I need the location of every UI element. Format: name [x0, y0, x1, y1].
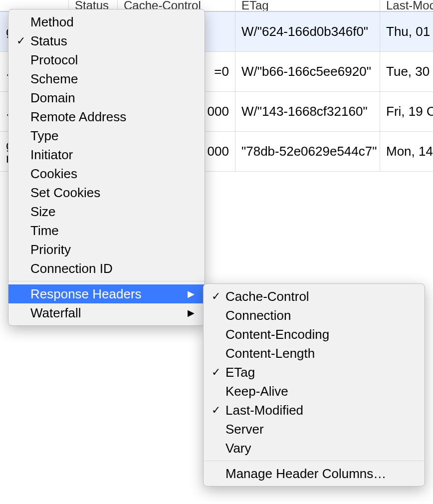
- submenu-item-connection[interactable]: Connection: [204, 306, 425, 325]
- menu-item-label: Size: [30, 204, 195, 220]
- cell-etag: W/"143-1668cf32160": [235, 92, 380, 132]
- cell-last-modified: Mon, 14 M: [380, 132, 433, 172]
- menu-item-protocol[interactable]: Protocol: [8, 50, 205, 69]
- menu-item-label: Cache-Control: [225, 289, 415, 304]
- col-etag[interactable]: ETag: [235, 0, 380, 11]
- submenu-item-cache-control[interactable]: ✓Cache-Control: [204, 287, 425, 306]
- check-icon: ✓: [212, 366, 225, 379]
- cell-last-modified: Thu, 01 N: [380, 12, 433, 52]
- menu-item-label: Remote Address: [30, 109, 195, 125]
- menu-item-label: Connection ID: [30, 261, 195, 276]
- submenu-item-vary[interactable]: Vary: [204, 439, 425, 458]
- column-context-menu: Method✓StatusProtocolSchemeDomainRemote …: [8, 9, 205, 326]
- submenu-item-server[interactable]: Server: [204, 420, 425, 439]
- menu-item-set-cookies[interactable]: Set Cookies: [8, 183, 205, 202]
- menu-item-domain[interactable]: Domain: [8, 88, 205, 107]
- menu-item-label: Status: [30, 33, 195, 49]
- menu-item-label: Vary: [225, 441, 415, 456]
- menu-item-status[interactable]: ✓Status: [8, 31, 205, 50]
- cell-etag: "78db-52e0629e544c7": [235, 132, 380, 172]
- menu-item-method[interactable]: Method: [8, 12, 205, 31]
- submenu-item-content-encoding[interactable]: Content-Encoding: [204, 325, 425, 344]
- menu-item-label: Last-Modified: [225, 403, 415, 418]
- cell-last-modified: Fri, 19 Oc: [380, 92, 433, 132]
- menu-item-label: Method: [30, 14, 195, 30]
- menu-item-label: Connection: [225, 308, 415, 323]
- menu-item-label: Waterfall: [30, 305, 184, 321]
- menu-item-label: Keep-Alive: [225, 384, 415, 399]
- menu-item-priority[interactable]: Priority: [8, 240, 205, 259]
- menu-item-label: Domain: [30, 90, 195, 106]
- check-icon: ✓: [212, 290, 225, 303]
- check-icon: ✓: [16, 34, 30, 47]
- menu-item-remote-address[interactable]: Remote Address: [8, 107, 205, 126]
- menu-item-connection-id[interactable]: Connection ID: [8, 259, 205, 278]
- col-last-modified[interactable]: Last-Mod: [380, 0, 433, 11]
- menu-separator: [204, 461, 425, 461]
- submenu-response-headers[interactable]: Response Headers▶: [8, 284, 205, 303]
- submenu-item-keep-alive[interactable]: Keep-Alive: [204, 382, 425, 401]
- menu-item-label: Content-Encoding: [225, 327, 415, 342]
- menu-item-label: Type: [30, 128, 195, 144]
- menu-item-label: Initiator: [30, 147, 195, 163]
- menu-item-label: ETag: [225, 365, 415, 380]
- menu-item-label: Cookies: [30, 166, 195, 182]
- menu-item-label: Priority: [30, 242, 195, 257]
- submenu-item-etag[interactable]: ✓ETag: [204, 363, 425, 382]
- chevron-right-icon: ▶: [188, 288, 195, 299]
- cell-last-modified: Tue, 30 O: [380, 52, 433, 92]
- menu-item-label: Set Cookies: [30, 185, 195, 201]
- menu-item-size[interactable]: Size: [8, 202, 205, 221]
- menu-item-label: Protocol: [30, 52, 195, 68]
- menu-item-time[interactable]: Time: [8, 221, 205, 240]
- menu-item-label: Time: [30, 223, 195, 239]
- cell-etag: W/"624-166d0b346f0": [235, 12, 380, 52]
- submenu-item-content-length[interactable]: Content-Length: [204, 344, 425, 363]
- menu-item-cookies[interactable]: Cookies: [8, 164, 205, 183]
- menu-item-label: Response Headers: [30, 286, 184, 302]
- submenu-waterfall[interactable]: Waterfall▶: [8, 303, 205, 322]
- menu-item-initiator[interactable]: Initiator: [8, 145, 205, 164]
- menu-separator: [8, 281, 205, 281]
- menu-item-label: Content-Length: [225, 346, 415, 361]
- check-icon: ✓: [212, 404, 225, 417]
- response-headers-submenu: ✓Cache-ControlConnectionContent-Encoding…: [203, 283, 425, 487]
- menu-item-label: Scheme: [30, 71, 195, 87]
- menu-item-scheme[interactable]: Scheme: [8, 69, 205, 88]
- manage-header-columns[interactable]: Manage Header Columns…: [204, 464, 425, 483]
- chevron-right-icon: ▶: [188, 307, 195, 318]
- menu-item-label: Server: [225, 422, 415, 437]
- submenu-item-last-modified[interactable]: ✓Last-Modified: [204, 401, 425, 420]
- menu-item-type[interactable]: Type: [8, 126, 205, 145]
- cell-etag: W/"b66-166c5ee6920": [235, 52, 380, 92]
